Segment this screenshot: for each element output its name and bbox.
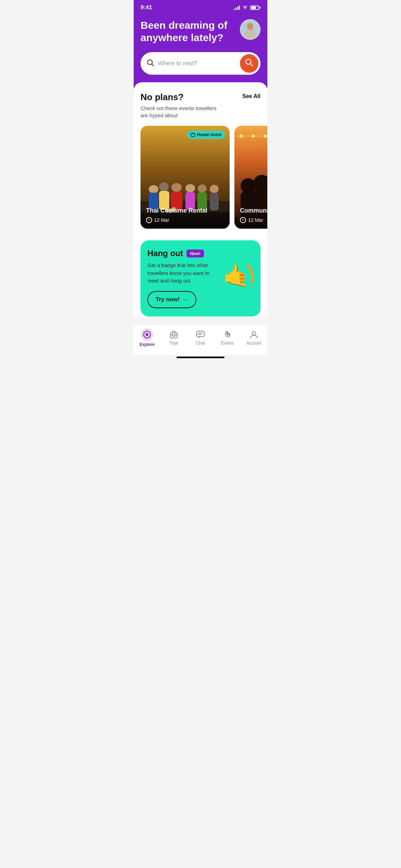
no-plans-subtitle: Check out these events travellers are hy… [141,105,223,119]
nav-chat[interactable]: Chat [187,330,214,346]
status-time: 9:41 [141,4,152,11]
svg-point-8 [149,185,158,193]
svg-point-10 [159,182,169,191]
no-plans-text: No plans? Check out these events travell… [141,92,223,119]
event-2-name: Communal Dinn... [240,207,267,214]
header: Been dreaming of anywhere lately? [134,14,267,88]
svg-rect-23 [191,133,195,136]
try-now-label: Try now! [156,296,180,303]
svg-point-54 [252,331,256,335]
no-plans-title: No plans? [141,92,223,103]
svg-point-3 [247,23,254,30]
hangout-icon: 🤙 [223,263,254,294]
svg-rect-51 [197,331,204,337]
bottom-nav: Explore Trips Chat [134,325,267,355]
search-btn-icon [245,58,254,69]
new-badge: New! [186,250,204,257]
event-1-date: 12 Mar [146,217,224,223]
svg-point-27 [241,178,256,193]
search-icon-left [147,59,154,68]
search-placeholder[interactable]: Where to next? [158,60,236,67]
nav-trips[interactable]: Trips [160,330,187,346]
status-bar: 9:41 [134,0,267,14]
hangout-description: Get a badge that lets other travellers k… [147,262,219,285]
explore-icon [143,330,151,339]
event-1-overlay: Thai Costume Rental 12 Mar [141,202,230,229]
event-card-2[interactable]: Free Communal Dinn... 12 Mar [234,126,267,229]
main-content: No plans? Check out these events travell… [134,82,267,316]
svg-point-38 [252,134,255,138]
account-label: Account [246,341,261,346]
svg-point-12 [171,183,182,192]
nav-events[interactable]: Events [214,330,241,346]
status-icons [234,5,260,11]
wifi-icon [242,5,248,11]
signal-icon [234,5,240,10]
try-now-arrow: → [182,296,188,303]
try-now-button[interactable]: Try now! → [147,291,196,308]
svg-rect-47 [170,333,177,338]
nav-account[interactable]: Account [241,330,267,346]
events-scroll[interactable]: Hostel event Thai Costume Rental 12 Mar [134,126,267,232]
svg-rect-25 [193,133,194,134]
see-all-button[interactable]: See All [242,92,260,99]
explore-icon-bg [141,328,153,341]
chat-label: Chat [196,341,205,346]
clock-icon-2 [240,217,246,223]
battery-icon [250,5,260,10]
avatar[interactable] [240,19,260,40]
event-2-overlay: Communal Dinn... 12 Mar [234,202,267,229]
svg-point-37 [240,134,243,138]
svg-point-39 [264,134,267,138]
no-plans-section: No plans? Check out these events travell… [141,92,260,119]
svg-point-16 [198,184,207,193]
svg-rect-24 [192,133,193,134]
event-1-name: Thai Costume Rental [146,207,224,214]
hangout-banner: Hang out New! Get a badge that lets othe… [141,240,260,316]
event-2-date: 12 Mar [240,217,267,223]
clock-icon-1 [146,217,152,223]
svg-rect-48 [172,335,175,336]
search-button[interactable] [240,54,258,73]
hangout-title: Hang out [147,249,183,258]
trips-label: Trips [169,341,178,346]
home-indicator [177,357,224,358]
svg-point-18 [210,185,219,193]
events-label: Events [221,341,234,346]
event-card-1[interactable]: Hostel event Thai Costume Rental 12 Mar [141,126,230,229]
nav-explore[interactable]: Explore [134,328,160,347]
hangout-content: Hang out New! Get a badge that lets othe… [147,249,223,308]
events-icon [222,330,232,339]
account-icon [249,330,259,339]
svg-point-46 [146,333,148,336]
search-bar[interactable]: Where to next? [141,52,260,75]
trips-icon [169,330,179,339]
search-container: Where to next? [141,52,260,75]
header-title: Been dreaming of anywhere lately? [141,19,230,44]
explore-label: Explore [139,342,155,347]
event-1-badge: Hostel event [187,131,225,139]
svg-point-14 [185,184,195,192]
chat-icon [196,330,205,339]
